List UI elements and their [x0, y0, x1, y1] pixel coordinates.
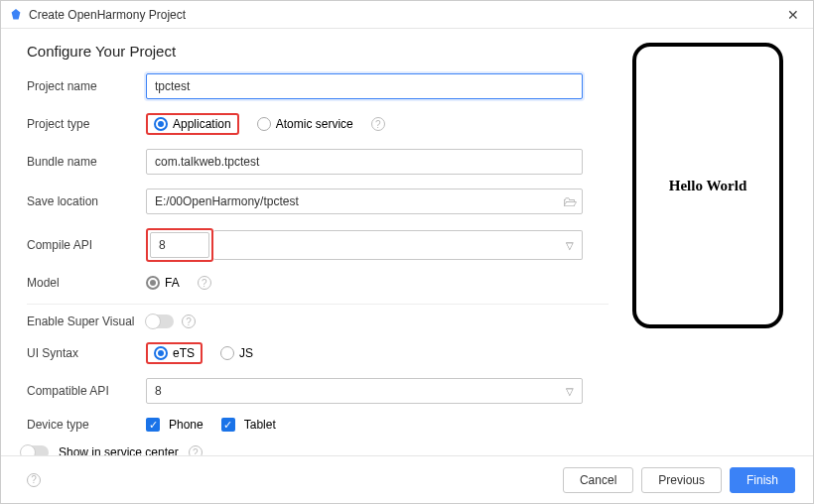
- radio-ets[interactable]: eTS: [154, 346, 195, 360]
- help-icon[interactable]: ?: [27, 473, 41, 487]
- label-compile-api: Compile API: [27, 238, 146, 252]
- chevron-down-icon: ▽: [566, 386, 574, 397]
- label-project-name: Project name: [27, 79, 146, 93]
- radio-dot-icon: [220, 346, 234, 360]
- check-icon: ✓: [221, 418, 235, 432]
- chevron-down-icon: ▽: [566, 240, 574, 251]
- bundle-name-input[interactable]: [146, 149, 583, 175]
- compatible-api-value: 8: [155, 384, 162, 398]
- device-preview-frame: Hello World: [632, 43, 783, 328]
- dialog-window: Create OpenHarmony Project ✕ Configure Y…: [0, 0, 814, 504]
- radio-dot-icon: [154, 117, 168, 131]
- help-icon[interactable]: ?: [189, 445, 203, 455]
- finish-button[interactable]: Finish: [730, 467, 795, 493]
- save-location-input[interactable]: [146, 189, 583, 214]
- folder-icon[interactable]: 🗁: [563, 193, 577, 209]
- radio-application-label: Application: [173, 117, 231, 131]
- checkbox-tablet-label: Tablet: [244, 418, 276, 432]
- radio-ets-label: eTS: [173, 346, 195, 360]
- preview-text: Hello World: [669, 178, 746, 194]
- close-icon[interactable]: ✕: [781, 7, 805, 23]
- radio-dot-icon: [154, 346, 168, 360]
- app-logo-icon: [9, 8, 23, 22]
- radio-model-fa-label: FA: [165, 276, 180, 290]
- previous-button[interactable]: Previous: [641, 467, 722, 493]
- radio-js-label: JS: [239, 346, 253, 360]
- cancel-button[interactable]: Cancel: [563, 467, 633, 493]
- enable-super-visual-toggle[interactable]: [146, 315, 174, 328]
- label-compatible-api: Compatible API: [27, 384, 146, 398]
- highlight-project-type: Application: [146, 113, 239, 135]
- check-icon: ✓: [146, 418, 160, 432]
- preview-pane: Hello World: [628, 39, 787, 455]
- radio-model-fa: FA: [146, 276, 180, 290]
- radio-dot-icon: [146, 276, 160, 290]
- label-model: Model: [27, 276, 146, 290]
- radio-js[interactable]: JS: [220, 346, 253, 360]
- checkbox-tablet[interactable]: ✓ Tablet: [221, 418, 276, 432]
- radio-dot-icon: [257, 117, 271, 131]
- label-bundle-name: Bundle name: [27, 155, 146, 169]
- title-bar: Create OpenHarmony Project ✕: [1, 1, 813, 29]
- compatible-api-select[interactable]: 8 ▽: [146, 378, 583, 404]
- window-title: Create OpenHarmony Project: [29, 8, 186, 22]
- compile-api-select-inner: 8: [150, 232, 209, 258]
- radio-atomic-label: Atomic service: [276, 117, 353, 131]
- label-device-type: Device type: [27, 418, 146, 432]
- form-area: Configure Your Project Project name Proj…: [27, 39, 609, 455]
- highlight-ui-syntax: eTS: [146, 342, 203, 364]
- help-icon[interactable]: ?: [371, 117, 385, 131]
- label-show-in-service-center: Show in service center: [59, 445, 179, 455]
- label-enable-super-visual: Enable Super Visual: [27, 315, 146, 328]
- project-name-input[interactable]: [146, 73, 583, 99]
- radio-atomic-service[interactable]: Atomic service: [257, 117, 353, 131]
- label-ui-syntax: UI Syntax: [27, 346, 146, 360]
- compile-api-select[interactable]: ▽: [213, 230, 583, 260]
- label-project-type: Project type: [27, 117, 146, 131]
- help-icon[interactable]: ?: [182, 315, 196, 328]
- label-save-location: Save location: [27, 194, 146, 208]
- checkbox-phone-label: Phone: [169, 418, 204, 432]
- footer-bar: ? Cancel Previous Finish: [1, 455, 813, 503]
- page-title: Configure Your Project: [27, 43, 609, 60]
- help-icon[interactable]: ?: [198, 276, 211, 290]
- show-in-service-center-toggle[interactable]: [21, 445, 49, 455]
- checkbox-phone[interactable]: ✓ Phone: [146, 418, 204, 432]
- radio-application[interactable]: Application: [154, 117, 231, 131]
- highlight-compile-api: 8: [146, 228, 213, 262]
- compile-api-value: 8: [159, 238, 166, 252]
